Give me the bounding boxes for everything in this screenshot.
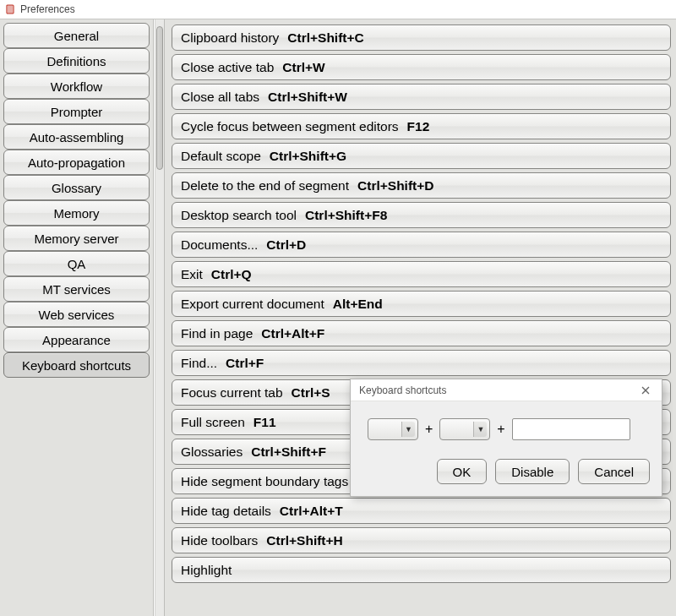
sidebar-item-prompter[interactable]: Prompter (3, 99, 150, 124)
shortcut-label: Find in page (181, 326, 253, 341)
app-icon (5, 4, 15, 14)
main-area: General Definitions Workflow Prompter Au… (0, 19, 676, 616)
dialog-titlebar[interactable]: Keyboard shortcuts (351, 379, 662, 401)
shortcut-label: Cycle focus between segment editors (181, 119, 399, 134)
sidebar-item-glossary[interactable]: Glossary (3, 175, 150, 200)
keyboard-shortcuts-dialog: Keyboard shortcuts ▼ + ▼ + OK Disable Ca… (350, 379, 662, 497)
sidebar-item-label: Auto-assembling (30, 130, 124, 144)
shortcut-key: Ctrl+W (282, 60, 324, 75)
dialog-body: ▼ + ▼ + OK Disable Cancel (351, 401, 662, 496)
shortcut-row[interactable]: Close all tabsCtrl+Shift+W (172, 84, 671, 110)
plus-2: + (497, 422, 504, 437)
shortcut-label: Default scope (181, 149, 261, 164)
sidebar-item-general[interactable]: General (3, 23, 150, 48)
sidebar-item-label: Appearance (42, 333, 111, 347)
disable-button[interactable]: Disable (495, 459, 570, 484)
shortcut-key: Ctrl+Q (211, 267, 252, 282)
dialog-title: Keyboard shortcuts (359, 384, 446, 396)
shortcut-label: Close all tabs (181, 90, 259, 105)
content-panel: Clipboard historyCtrl+Shift+CClose activ… (154, 19, 676, 616)
shortcut-key: F11 (254, 415, 276, 430)
sidebar-item-appearance[interactable]: Appearance (3, 327, 150, 352)
shortcut-row[interactable]: Delete to the end of segmentCtrl+Shift+D (172, 172, 671, 199)
shortcut-row[interactable]: Cycle focus between segment editorsF12 (172, 113, 671, 139)
shortcut-label: Exit (181, 267, 203, 282)
shortcut-row[interactable]: Highlight (172, 557, 671, 583)
shortcut-label: Close active tab (181, 60, 274, 75)
shortcut-row[interactable]: Export current documentAlt+End (172, 291, 671, 317)
shortcut-key: Ctrl+Shift+D (357, 178, 433, 194)
shortcut-row[interactable]: Hide toolbarsCtrl+Shift+H (172, 527, 671, 553)
sidebar-item-label: MT services (42, 282, 111, 297)
sidebar-item-label: Memory server (34, 232, 118, 246)
shortcut-key: Ctrl+Alt+F (261, 326, 324, 341)
sidebar-item-auto-propagation[interactable]: Auto-propagation (3, 150, 150, 175)
sidebar-item-label: Workflow (51, 79, 102, 94)
shortcut-list: Clipboard historyCtrl+Shift+CClose activ… (168, 19, 674, 588)
shortcut-key: Ctrl+Shift+F8 (305, 208, 387, 223)
shortcut-row[interactable]: Find...Ctrl+F (172, 350, 671, 376)
dialog-buttons: OK Disable Cancel (363, 459, 650, 484)
shortcut-row[interactable]: Clipboard historyCtrl+Shift+C (172, 25, 671, 51)
ok-button[interactable]: OK (437, 459, 488, 484)
scrollbar-thumb[interactable] (156, 26, 163, 170)
shortcut-row[interactable]: Hide tag detailsCtrl+Alt+T (172, 498, 671, 524)
shortcut-label: Focus current tab (181, 385, 283, 401)
sidebar-item-label: QA (68, 257, 86, 271)
shortcut-key: Ctrl+Shift+G (270, 149, 346, 164)
sidebar-item-label: Definitions (46, 54, 106, 68)
sidebar-item-auto-assembling[interactable]: Auto-assembling (3, 124, 150, 150)
shortcut-label: Full screen (181, 415, 245, 430)
shortcut-key: Ctrl+F (226, 356, 264, 371)
shortcut-label: Export current document (181, 297, 324, 312)
cancel-button[interactable]: Cancel (578, 459, 650, 484)
sidebar-item-memory-server[interactable]: Memory server (3, 226, 150, 251)
sidebar-item-label: Prompter (51, 105, 103, 119)
shortcut-row[interactable]: Default scopeCtrl+Shift+G (172, 143, 671, 169)
sidebar-item-mt-services[interactable]: MT services (3, 276, 150, 302)
shortcut-label: Documents... (181, 237, 258, 253)
shortcut-key: Ctrl+Shift+F (251, 444, 326, 460)
shortcut-row[interactable]: Desktop search toolCtrl+Shift+F8 (172, 202, 671, 228)
shortcut-key: Ctrl+S (292, 385, 330, 401)
shortcut-label: Highlight (181, 563, 232, 578)
modifier-select-2[interactable]: ▼ (439, 418, 490, 440)
shortcut-label: Desktop search tool (181, 208, 297, 223)
shortcut-row[interactable]: Close active tabCtrl+W (172, 54, 671, 80)
sidebar-item-keyboard-shortcuts[interactable]: Keyboard shortcuts (3, 352, 150, 378)
window-title: Preferences (20, 3, 75, 15)
window-titlebar: Preferences (0, 0, 676, 19)
shortcut-row[interactable]: ExitCtrl+Q (172, 261, 671, 287)
shortcut-label: Clipboard history (181, 30, 279, 46)
shortcut-key: Ctrl+Alt+T (280, 504, 343, 519)
shortcut-row[interactable]: Find in pageCtrl+Alt+F (172, 320, 671, 346)
shortcut-key: Alt+End (333, 297, 383, 312)
sidebar-item-label: Memory (53, 206, 99, 221)
shortcut-label: Hide tag details (181, 504, 271, 519)
shortcut-row[interactable]: Documents...Ctrl+D (172, 232, 671, 258)
modifier-select-1[interactable]: ▼ (368, 418, 418, 440)
chevron-down-icon: ▼ (401, 422, 415, 437)
shortcut-key: Ctrl+D (266, 237, 306, 253)
sidebar-item-qa[interactable]: QA (3, 251, 150, 276)
shortcut-key: Ctrl+Shift+W (268, 90, 347, 105)
shortcut-label: Glossaries (181, 444, 243, 460)
shortcut-key: Ctrl+Shift+C (287, 30, 363, 46)
key-input[interactable] (512, 418, 630, 440)
sidebar-item-definitions[interactable]: Definitions (3, 48, 150, 74)
close-icon[interactable] (638, 383, 653, 398)
shortcut-key: Ctrl+Shift+H (266, 533, 342, 548)
scrollbar-vertical[interactable] (155, 19, 165, 616)
sidebar-item-label: Web services (39, 308, 115, 322)
sidebar-item-web-services[interactable]: Web services (3, 302, 150, 327)
sidebar: General Definitions Workflow Prompter Au… (0, 19, 154, 616)
sidebar-item-label: General (54, 29, 99, 43)
sidebar-item-workflow[interactable]: Workflow (3, 74, 150, 99)
chevron-down-icon: ▼ (473, 422, 487, 437)
shortcut-key: F12 (407, 119, 430, 134)
sidebar-item-memory[interactable]: Memory (3, 200, 150, 226)
sidebar-item-label: Auto-propagation (28, 155, 125, 170)
shortcut-label: Delete to the end of segment (181, 178, 349, 194)
shortcut-label: Hide toolbars (181, 533, 258, 548)
shortcut-label: Hide segment boundary tags (181, 474, 348, 489)
